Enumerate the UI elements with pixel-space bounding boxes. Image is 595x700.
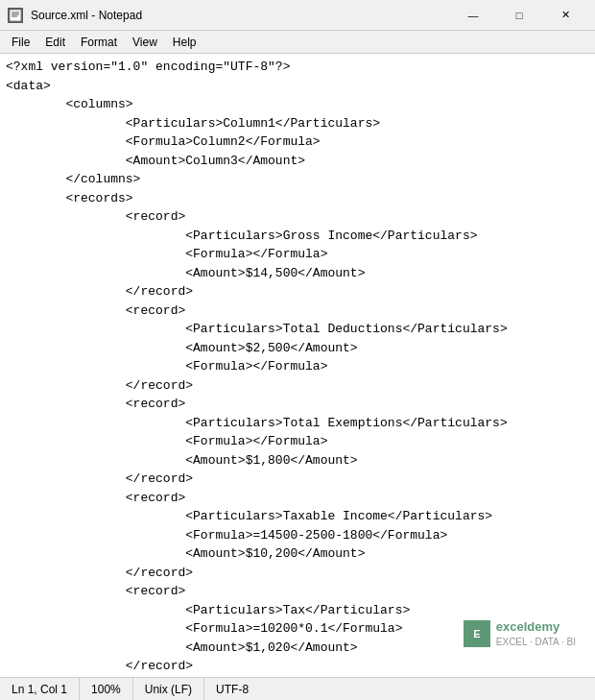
watermark-icon: E [464, 620, 490, 647]
maximize-button[interactable]: □ [497, 2, 541, 29]
notepad-icon [8, 8, 23, 23]
menu-edit[interactable]: Edit [37, 32, 73, 53]
menu-view[interactable]: View [125, 32, 165, 53]
menu-bar: File Edit Format View Help [0, 31, 595, 54]
svg-rect-0 [10, 10, 21, 21]
status-bar: Ln 1, Col 1 100% Unix (LF) UTF-8 [0, 677, 595, 700]
title-bar-left: Source.xml - Notepad [8, 8, 142, 23]
status-zoom: 100% [80, 678, 133, 700]
menu-file[interactable]: File [4, 32, 37, 53]
menu-help[interactable]: Help [165, 32, 204, 53]
editor-content[interactable]: <?xml version="1.0" encoding="UTF-8"?> <… [0, 54, 595, 677]
editor-container: <?xml version="1.0" encoding="UTF-8"?> <… [0, 54, 595, 677]
brand-name: exceldemy [496, 619, 576, 636]
status-line-ending: Unix (LF) [133, 678, 204, 700]
status-position: Ln 1, Col 1 [0, 678, 80, 700]
watermark-text: exceldemy EXCEL · DATA · BI [496, 619, 576, 648]
status-encoding: UTF-8 [204, 678, 260, 700]
title-bar-controls: — □ ✕ [451, 2, 587, 29]
menu-format[interactable]: Format [73, 32, 125, 53]
title-bar: Source.xml - Notepad — □ ✕ [0, 0, 595, 31]
minimize-button[interactable]: — [451, 2, 495, 29]
window-title: Source.xml - Notepad [31, 9, 142, 22]
close-button[interactable]: ✕ [543, 2, 587, 29]
brand-tagline: EXCEL · DATA · BI [496, 636, 576, 648]
watermark: E exceldemy EXCEL · DATA · BI [464, 619, 576, 648]
